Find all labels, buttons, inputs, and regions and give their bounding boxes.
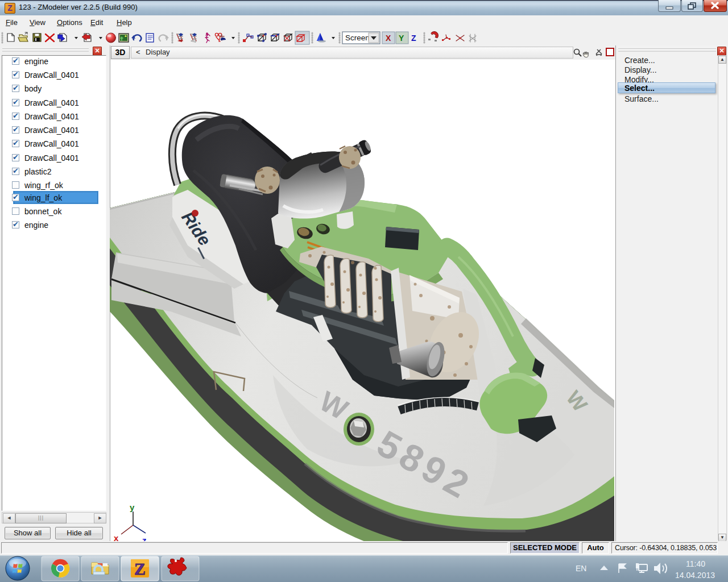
svg-text:z: z	[142, 535, 147, 541]
svg-text:x: x	[114, 533, 119, 541]
svg-text:Z: Z	[411, 34, 416, 43]
svg-text:11:40: 11:40	[686, 559, 705, 568]
svg-text:14.04.2013: 14.04.2013	[675, 571, 715, 580]
svg-text:Z: Z	[134, 559, 146, 578]
svg-text:Screen: Screen	[345, 34, 370, 42]
svg-text:Y: Y	[399, 34, 404, 43]
svg-text:X: X	[386, 34, 391, 43]
svg-text:y: y	[130, 502, 135, 512]
svg-text:EN: EN	[576, 564, 586, 573]
